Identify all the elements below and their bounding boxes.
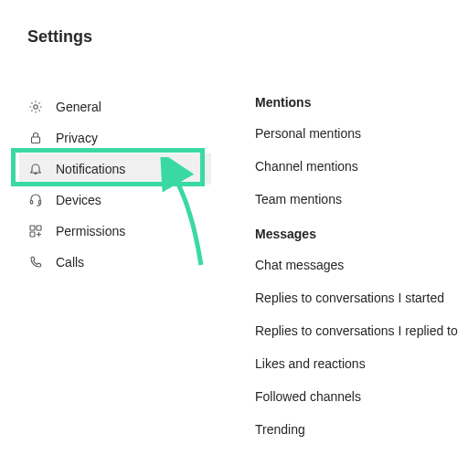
setting-row[interactable]: Replies to conversations I started	[255, 291, 465, 305]
bell-icon	[28, 162, 43, 176]
section-header-messages: Messages	[255, 227, 465, 241]
lock-icon	[28, 131, 43, 145]
setting-row[interactable]: Likes and reactions	[255, 356, 465, 371]
setting-row[interactable]: Channel mentions	[255, 159, 465, 174]
sidebar-item-notifications[interactable]: Notifications	[19, 153, 211, 185]
setting-row[interactable]: Personal mentions	[255, 126, 465, 141]
sidebar-item-label: General	[56, 100, 101, 114]
apps-icon	[28, 224, 43, 238]
svg-rect-6	[30, 232, 35, 237]
sidebar-item-label: Privacy	[56, 131, 98, 145]
svg-rect-1	[32, 137, 40, 143]
svg-rect-5	[37, 226, 41, 230]
settings-content: Mentions Personal mentions Channel menti…	[255, 95, 465, 455]
sidebar-item-privacy[interactable]: Privacy	[19, 122, 211, 153]
setting-row[interactable]: Team mentions	[255, 192, 465, 206]
setting-row[interactable]: Replies to conversations I replied to	[255, 323, 465, 338]
setting-row[interactable]: Followed channels	[255, 389, 465, 404]
sidebar-item-label: Permissions	[56, 224, 125, 238]
page-title: Settings	[27, 27, 92, 47]
sidebar-item-label: Devices	[56, 193, 101, 207]
sidebar-item-label: Notifications	[56, 162, 125, 176]
sidebar-item-calls[interactable]: Calls	[19, 247, 211, 278]
sidebar-item-devices[interactable]: Devices	[19, 185, 211, 216]
section-header-mentions: Mentions	[255, 95, 465, 110]
phone-icon	[28, 255, 43, 270]
settings-sidebar: General Privacy Notifications Devices Pe…	[19, 91, 211, 278]
setting-row[interactable]: Chat messages	[255, 258, 465, 272]
svg-point-0	[34, 105, 37, 109]
sidebar-item-permissions[interactable]: Permissions	[19, 216, 211, 247]
svg-rect-2	[30, 201, 32, 204]
sidebar-item-general[interactable]: General	[19, 91, 211, 122]
svg-rect-4	[30, 226, 35, 230]
headset-icon	[28, 193, 43, 207]
svg-rect-3	[38, 201, 40, 204]
sidebar-item-label: Calls	[56, 255, 84, 270]
setting-row[interactable]: Trending	[255, 422, 465, 437]
gear-icon	[28, 100, 43, 114]
